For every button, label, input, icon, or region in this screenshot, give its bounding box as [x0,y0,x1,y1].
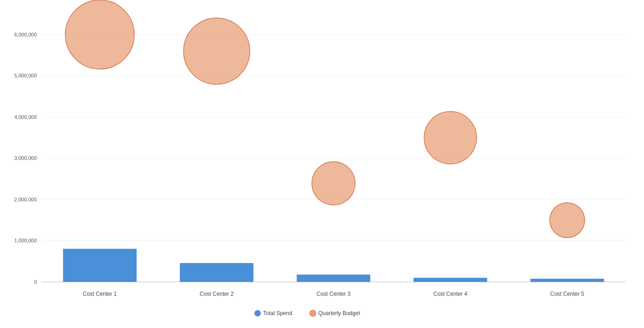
bar-cc3 [297,275,370,282]
y-tick-5m: 5,000,000 [14,73,37,78]
x-label-cc4: Cost Center 4 [433,291,467,297]
x-label-cc2: Cost Center 2 [200,291,234,297]
bubble-cc1 [65,0,134,69]
legend-dot-total-spend [254,310,261,316]
bubble-cc5 [550,203,585,238]
legend-dot-quarterly-budget [310,310,316,316]
bubble-cc3 [312,162,355,205]
legend-label-quarterly-budget: Quarterly Budget [318,310,360,316]
y-tick-3m: 3,000,000 [14,155,37,161]
bar-cc2 [180,263,253,282]
x-label-cc1: Cost Center 1 [83,291,117,297]
x-label-cc3: Cost Center 3 [316,291,351,297]
bar-cc1 [63,249,137,282]
chart-container: 0 1,000,000 2,000,000 3,000,000 4,000,00… [0,0,644,328]
y-tick-6m: 6,000,000 [14,32,37,37]
bubble-cc2 [184,18,250,84]
y-tick-2m: 2,000,000 [14,197,37,202]
y-tick-1m: 1,000,000 [14,238,37,243]
y-tick-4m: 4,000,000 [14,114,37,120]
bar-cc5 [530,279,604,282]
bar-cc4 [414,278,487,282]
legend-label-total-spend: Total Spend [263,310,292,316]
x-label-cc5: Cost Center 5 [550,291,584,297]
bubble-cc4 [424,111,477,164]
y-tick-0: 0 [34,279,37,285]
